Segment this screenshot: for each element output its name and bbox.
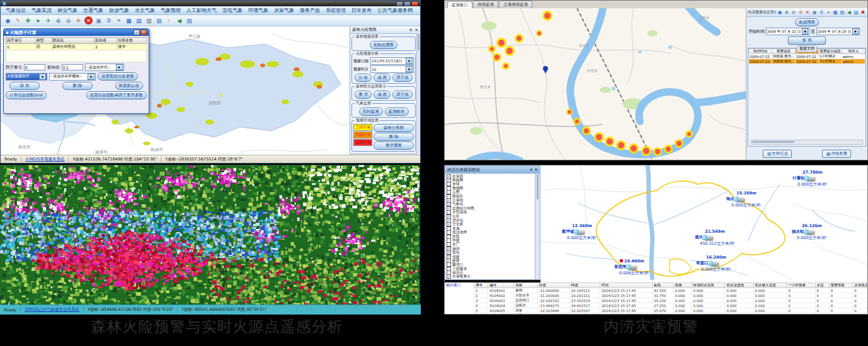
set-layer-params-button[interactable]: 设置图层分析参数 <box>98 72 138 81</box>
restore-button[interactable]: 恢复默认值 <box>115 82 144 90</box>
column-header[interactable]: 因子索引 <box>6 38 36 44</box>
close-icon[interactable]: ✕ <box>534 167 538 172</box>
column-header[interactable]: 水深 <box>815 283 829 288</box>
factor-combo[interactable]: 火险预警因子▼ <box>6 73 47 81</box>
sidebar-stop-icon[interactable]: ✕ <box>804 9 811 16</box>
station-data-table[interactable]: 序号编号名称经度纬度时间标高雨量区域积水深值积水深度值积水最大深度一小时雨量水深… <box>474 282 867 314</box>
sidebar-window-icon[interactable]: ▣ <box>811 9 818 16</box>
toolbar-measure-icon[interactable]: ✎ <box>14 16 22 25</box>
column-header[interactable]: 图层名 <box>52 38 94 44</box>
minimize-button[interactable] <box>396 1 403 6</box>
weather-button[interactable]: 实时监测 <box>359 108 383 116</box>
column-header[interactable]: 标高 <box>653 283 674 288</box>
table-row[interactable]: 34104003宣西闸口-12.10232223.3033332014/12/3… <box>474 298 868 303</box>
column-header[interactable]: 水体状态 <box>853 283 867 288</box>
column-header[interactable]: 类型 <box>35 38 52 44</box>
street-map[interactable]: 金马乡回龙乡玉带乡青龙乡 <box>445 8 746 160</box>
toolbar-page2-icon[interactable]: ② <box>105 16 113 25</box>
station-marker[interactable]: 响水15.169m0.000立方米/秒 <box>726 196 745 202</box>
sidebar-chart-icon[interactable]: ▤ <box>839 9 845 16</box>
display-button[interactable]: 显 示 <box>355 91 372 99</box>
calc-grid-button[interactable]: 计算综合指数Grid <box>6 91 47 99</box>
toolbar-pan-icon[interactable]: ✥ <box>24 16 32 25</box>
column-header[interactable]: 一小时雨量 <box>787 283 815 288</box>
chevron-down-icon[interactable]: ▼ <box>39 74 46 80</box>
display-button[interactable]: 因子值 <box>392 91 413 99</box>
zone-button[interactable]: 森林分布图 <box>374 124 414 132</box>
chevron-down-icon[interactable]: ▼ <box>116 64 123 70</box>
column-header[interactable]: 序号 <box>474 283 488 288</box>
menu-item[interactable]: 雷电气象 <box>222 7 243 14</box>
column-header[interactable]: 分析参数 <box>117 38 147 44</box>
menu-item[interactable]: 水文气象 <box>135 7 155 14</box>
station-marker[interactable]: 通沟21.549m450.312立方米/秒 <box>695 235 713 240</box>
fire-factor-dialog[interactable]: ▪ 火险因子计算 – ✕ 因子索引类型图层名影响值分析参数 0面森林分布图层3缓… <box>3 28 149 114</box>
column-header[interactable]: 经度 <box>537 283 569 288</box>
toolbar-grab-icon[interactable]: ✛ <box>74 16 83 25</box>
menu-item[interactable]: 人工影响天气 <box>186 7 217 14</box>
system-link[interactable]: ©MGIS专项服务系统 <box>21 157 69 162</box>
menu-item[interactable]: 气象实况 <box>31 7 52 14</box>
column-header[interactable]: 预警提示信息 <box>819 49 842 54</box>
sidebar-grab-icon[interactable]: ✛ <box>797 9 804 16</box>
display-button[interactable]: 成 图 <box>374 91 391 99</box>
column-header[interactable]: 制作人 <box>842 49 865 54</box>
sidebar-globe-icon[interactable]: ◉ <box>777 9 783 16</box>
column-header[interactable]: 区域积水深值 <box>692 283 725 288</box>
tab-2[interactable]: 雨情监测 <box>473 1 498 8</box>
table-row[interactable]: 24104002天阳水库-11.20000020.2011112014/12/3… <box>474 293 868 298</box>
toolbar-export-icon[interactable]: ▨ <box>155 16 163 25</box>
factor-index-input[interactable] <box>24 64 45 70</box>
column-header[interactable]: 预警等级 <box>829 283 853 288</box>
toolbar-search-icon[interactable]: ⌖ <box>115 16 123 25</box>
menu-item[interactable]: 交通气象 <box>83 7 103 14</box>
table-row[interactable]: 2009-07-22 1...风险级:橙色2009-07-22 1...3小时降… <box>749 59 865 64</box>
column-header[interactable]: 时间 <box>600 283 653 288</box>
toolbar-zoom-out-icon[interactable]: ⊖ <box>64 16 72 25</box>
close-button[interactable] <box>411 1 418 6</box>
table-hscrollbar[interactable] <box>751 140 863 145</box>
sidebar-zoom-out-icon[interactable]: ⊖ <box>791 9 797 16</box>
toolbar-stop-icon[interactable]: ✕ <box>84 16 93 25</box>
sidebar-export-icon[interactable]: ▨ <box>853 9 859 16</box>
impact-input[interactable] <box>62 64 83 70</box>
station-marker[interactable]: 计量站27.780m0.000立方米/秒 <box>792 176 815 181</box>
zone-button[interactable]: 显示预警 <box>374 142 414 150</box>
toolbar-print-icon[interactable]: ▥ <box>145 16 153 25</box>
toolbar-select-icon[interactable]: ➤ <box>34 16 42 25</box>
map-workspace[interactable]: 长沙市益阳市平江县宁乡县浏阳市娄底市湘潭市株洲市 ▪ 火险因子计算 – ✕ 因子… <box>1 26 420 157</box>
warn-date-picker[interactable]: 2013年10月18日▼ <box>370 57 414 65</box>
close-icon[interactable]: ✕ <box>414 28 418 33</box>
menu-item[interactable]: 气象预报 <box>161 7 181 14</box>
station-marker[interactable]: 紫坪铺12.360m0.000立方米/秒 <box>562 229 585 235</box>
remote-sensing-image[interactable] <box>0 165 420 305</box>
column-header[interactable]: 制作时间 <box>749 49 772 54</box>
column-header[interactable]: 编号 <box>488 283 514 288</box>
waterlog-map[interactable]: 计量站27.780m0.000立方米/秒响水15.169m0.000立方米/秒紫… <box>540 165 867 280</box>
panel-scrollbar[interactable] <box>416 33 420 157</box>
menu-item[interactable]: 服务产品 <box>300 7 320 14</box>
menu-item[interactable]: 林业气象 <box>57 7 77 14</box>
menu-item[interactable]: 日常发布 <box>351 7 372 14</box>
column-header[interactable]: 积水深度值 <box>725 283 753 288</box>
column-header[interactable]: 纬度 <box>569 283 600 288</box>
sidebar-back-icon[interactable]: ◀ <box>846 9 852 16</box>
file-info-button[interactable]: ▤文件信息 <box>763 150 792 158</box>
toolbar-back-icon[interactable]: ◀ <box>175 16 183 25</box>
maximize-button[interactable] <box>404 1 411 6</box>
toolbar-fly-icon[interactable]: ✈ <box>44 16 52 25</box>
table-row[interactable]: 44104004运粮河-13.46427524.4033172014/12/3 … <box>474 303 868 308</box>
close-icon[interactable]: ✕ <box>140 30 147 35</box>
menu-item[interactable]: 旅游气象 <box>109 7 129 14</box>
zone-button[interactable]: 删 除 <box>374 133 414 141</box>
toolbar-window-icon[interactable]: ▣ <box>94 16 103 25</box>
toolbar-zoom-in-icon[interactable]: ⊕ <box>54 16 62 25</box>
column-header[interactable]: 名称 <box>514 283 538 288</box>
single-factor-display-button[interactable]: 设置综合指数单因子显示参数 <box>86 91 147 99</box>
column-header[interactable]: 影响值 <box>94 38 117 44</box>
generate-warning-button[interactable]: 生成预警 <box>795 18 819 26</box>
sidebar-map-icon[interactable]: ▦ <box>832 9 838 16</box>
chevron-down-icon[interactable]: ▾ <box>530 167 533 172</box>
minimize-icon[interactable]: – <box>134 30 140 35</box>
panel-titlebar[interactable]: 森林火险预警 ✛✕ <box>350 26 420 34</box>
